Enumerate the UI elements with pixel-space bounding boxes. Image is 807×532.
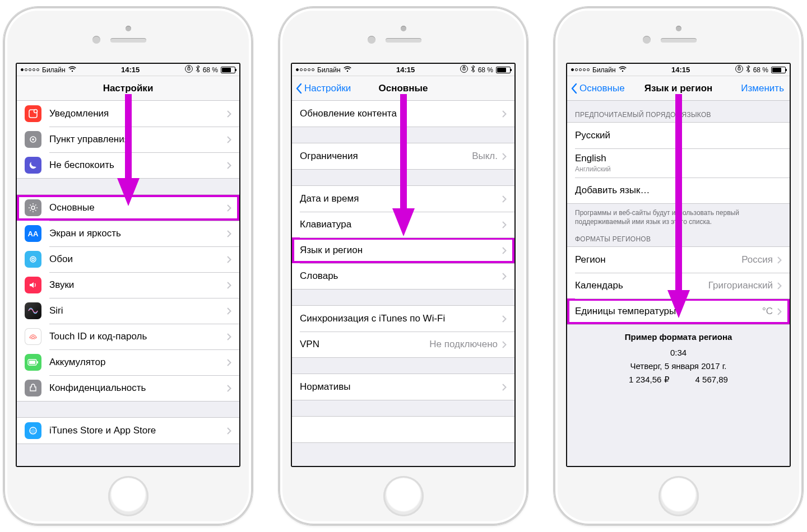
- signal-dots-icon: [296, 68, 314, 71]
- row-language-region[interactable]: Язык и регион: [292, 237, 514, 263]
- touchid-icon: [25, 328, 41, 345]
- clock-label: 14:15: [121, 66, 140, 74]
- example-time: 0:34: [575, 346, 782, 360]
- row-label: iTunes Store и App Store: [49, 425, 227, 436]
- row-cutoff[interactable]: [292, 417, 514, 442]
- chevron-right-icon: [227, 230, 231, 237]
- nav-back-button[interactable]: Настройки: [295, 76, 351, 100]
- chevron-right-icon: [227, 256, 231, 263]
- row-sublabel: Английский: [575, 165, 782, 173]
- home-button[interactable]: [383, 476, 424, 516]
- row-privacy[interactable]: Конфиденциальность: [17, 375, 239, 401]
- clock-label: 14:15: [671, 66, 690, 74]
- row-calendar[interactable]: Календарь Григорианский: [567, 273, 790, 298]
- row-restrictions[interactable]: Ограничения Выкл.: [292, 143, 514, 169]
- row-touchid[interactable]: Touch ID и код-пароль: [17, 324, 239, 349]
- home-button[interactable]: [658, 476, 699, 516]
- svg-line-10: [30, 205, 31, 206]
- row-regulatory[interactable]: Нормативы: [292, 374, 514, 400]
- wallpaper-icon: [25, 251, 41, 268]
- screen: Билайн 14:15 68 %: [16, 63, 240, 467]
- proximity-sensor: [92, 36, 100, 44]
- row-content-update[interactable]: Обновление контента: [292, 101, 514, 127]
- screen: Билайн 14:15 68 %: [291, 63, 516, 467]
- region-format-example: Пример формата региона 0:34 Четверг, 5 я…: [567, 325, 790, 386]
- wifi-icon: [619, 66, 627, 74]
- row-label: Добавить язык…: [575, 185, 782, 196]
- row-sounds[interactable]: Звуки: [17, 272, 239, 298]
- screen: Билайн 14:15 68 %: [566, 63, 791, 467]
- row-dictionary[interactable]: Словарь: [292, 263, 514, 289]
- phone-top-hardware: [279, 19, 528, 47]
- chevron-right-icon: [502, 110, 507, 118]
- clock-label: 14:15: [396, 66, 415, 74]
- chevron-right-icon: [227, 136, 231, 143]
- chevron-right-icon: [227, 333, 231, 340]
- row-label: [300, 424, 507, 435]
- nav-bar: Настройки: [17, 76, 239, 101]
- language-region-list[interactable]: ПРЕДПОЧИТАЕМЫЙ ПОРЯДОК ЯЗЫКОВ Русский En…: [567, 101, 790, 466]
- row-label: Синхронизация с iTunes по Wi-Fi: [300, 313, 502, 324]
- row-label: Экран и яркость: [49, 228, 227, 239]
- svg-line-12: [30, 210, 31, 211]
- nav-title: Язык и регион: [644, 83, 713, 94]
- row-label: English: [575, 153, 782, 164]
- row-dnd[interactable]: Не беспокоить: [17, 152, 239, 178]
- siri-icon: [25, 302, 41, 319]
- nav-back-button[interactable]: Основные: [571, 76, 625, 100]
- chevron-right-icon: [502, 247, 507, 254]
- row-control-center[interactable]: Пункт управления: [17, 127, 239, 152]
- row-value: Россия: [741, 254, 773, 265]
- row-battery[interactable]: Аккумулятор: [17, 349, 239, 375]
- row-siri[interactable]: Siri: [17, 298, 239, 324]
- phone-2: Билайн 14:15 68 %: [279, 7, 528, 525]
- chevron-right-icon: [502, 195, 507, 203]
- example-date: Четверг, 5 января 2017 г.: [575, 360, 782, 373]
- row-notifications[interactable]: Уведомления: [17, 101, 239, 127]
- row-keyboard[interactable]: Клавиатура: [292, 212, 514, 237]
- svg-point-14: [30, 256, 36, 262]
- row-temperature-units[interactable]: Единицы температуры °C: [567, 298, 790, 324]
- row-language-russian[interactable]: Русский: [567, 123, 790, 148]
- example-number-2: 4 567,89: [695, 373, 728, 386]
- row-label: Ограничения: [300, 151, 472, 162]
- row-label: Клавиатура: [300, 219, 502, 230]
- row-label: Основные: [49, 202, 227, 213]
- chevron-left-icon: [295, 83, 302, 94]
- example-number-1: 1 234,56 ₽: [629, 373, 670, 386]
- row-vpn[interactable]: VPN Не подключено: [292, 332, 514, 357]
- row-add-language[interactable]: Добавить язык…: [567, 178, 790, 203]
- settings-list[interactable]: Уведомления Пункт управления: [17, 101, 239, 466]
- row-date-time[interactable]: Дата и время: [292, 186, 514, 212]
- row-general[interactable]: Основные: [17, 195, 239, 221]
- battery-icon: [221, 67, 235, 73]
- example-title: Пример формата региона: [575, 330, 782, 344]
- phone-top-hardware: [554, 19, 803, 47]
- nav-title: Основные: [378, 83, 428, 94]
- row-wallpaper[interactable]: Обои: [17, 246, 239, 272]
- chevron-right-icon: [502, 153, 507, 160]
- general-list[interactable]: Обновление контента Ограничения Выкл.: [292, 101, 514, 466]
- svg-rect-17: [29, 361, 35, 364]
- privacy-icon: [25, 380, 41, 396]
- row-label: Конфиденциальность: [49, 382, 227, 394]
- row-label: VPN: [300, 339, 429, 350]
- row-label: Календарь: [575, 280, 708, 291]
- row-value: Григорианский: [708, 280, 773, 291]
- chevron-right-icon: [502, 384, 507, 391]
- battery-icon: [496, 67, 511, 73]
- home-button[interactable]: [108, 476, 149, 516]
- chevron-right-icon: [227, 385, 231, 392]
- row-display[interactable]: AA Экран и яркость: [17, 221, 239, 246]
- svg-point-2: [34, 110, 38, 113]
- row-language-english[interactable]: English Английский: [567, 148, 790, 178]
- row-itunes[interactable]: iTunes Store и App Store: [17, 418, 239, 444]
- nav-edit-button[interactable]: Изменить: [741, 76, 784, 100]
- camera-dot: [401, 26, 406, 31]
- chevron-right-icon: [227, 282, 231, 289]
- row-region[interactable]: Регион Россия: [567, 247, 790, 273]
- phone-3: Билайн 14:15 68 %: [554, 7, 803, 525]
- row-label: Язык и регион: [300, 245, 502, 256]
- battery-icon: [25, 354, 41, 371]
- row-itunes-wifi[interactable]: Синхронизация с iTunes по Wi-Fi: [292, 306, 514, 332]
